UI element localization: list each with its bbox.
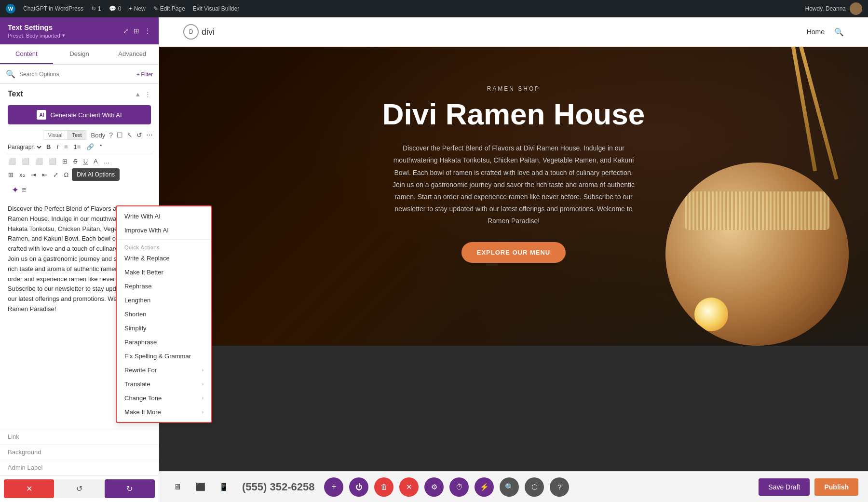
divi-logo-text: divi bbox=[202, 27, 215, 37]
special-char-button[interactable]: Ω bbox=[62, 170, 71, 180]
quote-button[interactable]: " bbox=[97, 142, 105, 152]
subscript-button[interactable]: x₂ bbox=[17, 170, 27, 180]
lengthen-item[interactable]: Lengthen bbox=[117, 293, 211, 307]
strikethrough-button[interactable]: S bbox=[71, 156, 80, 166]
toolbar-row-3: ⬜ ⬜ ⬜ ⬜ ⊞ S U A … bbox=[6, 156, 153, 166]
admin-bar-sync[interactable]: ↻ 1 bbox=[91, 5, 101, 12]
table-button[interactable]: ⊞ bbox=[60, 156, 70, 166]
link-button[interactable]: 🔗 bbox=[84, 142, 96, 152]
section-more-icon[interactable]: ⋮ bbox=[145, 91, 151, 98]
admin-bar-comments[interactable]: 💬 0 bbox=[109, 5, 122, 12]
layout-button[interactable]: ⚡ bbox=[475, 477, 494, 497]
cursor-icon[interactable]: ↖ bbox=[127, 131, 133, 139]
paraphrase-item[interactable]: Paraphrase bbox=[117, 335, 211, 349]
apply-button[interactable]: ↻ bbox=[105, 479, 155, 498]
site-search-icon[interactable]: 🔍 bbox=[834, 27, 844, 37]
phone-number: (555) 352-6258 bbox=[242, 481, 314, 493]
ai-badge-icon: AI bbox=[37, 110, 46, 120]
admin-bar-new[interactable]: + New bbox=[129, 5, 145, 12]
tablet-view-button[interactable]: ⬛ bbox=[192, 478, 209, 496]
visual-text-tabs: Visual Text bbox=[43, 130, 87, 140]
admin-bar-site-name[interactable]: ChatGPT in WordPress bbox=[23, 5, 83, 12]
align-right-button[interactable]: ⬜ bbox=[33, 156, 45, 166]
nav-home[interactable]: Home bbox=[807, 28, 825, 36]
divi-ai-tooltip: Divi AI Options bbox=[72, 168, 120, 181]
ai-action-icon[interactable]: ≡ bbox=[22, 186, 26, 194]
search-input[interactable] bbox=[19, 71, 133, 78]
quick-actions-header: Quick Actions bbox=[117, 242, 211, 251]
tab-advanced[interactable]: Advanced bbox=[106, 44, 159, 64]
search-icon: 🔍 bbox=[6, 69, 15, 79]
fix-spelling-item[interactable]: Fix Spelling & Grammar bbox=[117, 349, 211, 363]
unordered-list-button[interactable]: ≡ bbox=[62, 142, 70, 152]
generate-ai-button[interactable]: AI Generate Content With AI bbox=[8, 105, 151, 124]
columns-icon[interactable]: ⊞ bbox=[134, 27, 139, 35]
save-draft-button[interactable]: Save Draft bbox=[759, 478, 810, 496]
improve-with-ai-item[interactable]: Improve With AI bbox=[117, 223, 211, 237]
admin-bar-exit-builder[interactable]: Exit Visual Builder bbox=[193, 5, 240, 12]
admin-bar-edit-page[interactable]: ✎ Edit Page bbox=[153, 5, 185, 12]
write-with-ai-item[interactable]: Write With AI bbox=[117, 209, 211, 223]
align-left-button[interactable]: ⬜ bbox=[6, 156, 18, 166]
section-title: Text bbox=[8, 90, 23, 98]
help-button[interactable]: ? bbox=[550, 477, 569, 497]
bold-button[interactable]: B bbox=[44, 142, 53, 152]
share-button[interactable]: ⬡ bbox=[525, 477, 544, 497]
ordered-list-button[interactable]: 1≡ bbox=[71, 142, 83, 152]
sidebar-header-content: Text Settings Preset: Body imported ▾ bbox=[8, 23, 65, 39]
tab-content[interactable]: Content bbox=[0, 44, 53, 64]
more-options-icon[interactable]: ⋮ bbox=[144, 27, 151, 35]
font-color-button[interactable]: A bbox=[91, 156, 100, 166]
close-button[interactable]: ✕ bbox=[399, 477, 419, 497]
more-btn[interactable]: … bbox=[101, 156, 112, 166]
fullscreen-editor-button[interactable]: ⤢ bbox=[51, 170, 61, 180]
hero-subtitle: RAMEN SHOP bbox=[159, 85, 868, 92]
indent-button[interactable]: ⇥ bbox=[28, 170, 39, 180]
align-center-button[interactable]: ⬜ bbox=[19, 156, 32, 166]
more-toolbar-icon[interactable]: ⋯ bbox=[146, 131, 153, 139]
format-icon[interactable]: ☐ bbox=[117, 131, 123, 139]
italic-button[interactable]: I bbox=[54, 142, 61, 152]
search-canvas-button[interactable]: 🔍 bbox=[500, 477, 519, 497]
power-button[interactable]: ⏻ bbox=[349, 477, 368, 497]
write-replace-item[interactable]: Write & Replace bbox=[117, 251, 211, 265]
filter-button[interactable]: + Filter bbox=[136, 71, 153, 77]
underline-button[interactable]: U bbox=[81, 156, 90, 166]
rephrase-item[interactable]: Rephrase bbox=[117, 279, 211, 293]
editor-toolbar: Visual Text Body ? ☐ ↖ ↺ ⋯ Paragraph B I… bbox=[0, 128, 159, 199]
shorten-item[interactable]: Shorten bbox=[117, 307, 211, 321]
cancel-button[interactable]: ✕ bbox=[4, 479, 54, 498]
change-tone-item[interactable]: Change Tone › bbox=[117, 391, 211, 405]
add-section-button[interactable]: + bbox=[324, 477, 343, 497]
paragraph-select[interactable]: Paragraph bbox=[6, 143, 43, 151]
tab-design[interactable]: Design bbox=[53, 44, 106, 64]
reset-button[interactable]: ↺ bbox=[54, 479, 104, 498]
fullscreen-icon[interactable]: ⤢ bbox=[123, 27, 129, 35]
publish-button[interactable]: Publish bbox=[814, 478, 858, 496]
translate-item[interactable]: Translate › bbox=[117, 377, 211, 391]
sidebar-preset[interactable]: Preset: Body imported ▾ bbox=[8, 32, 65, 39]
undo-icon[interactable]: ↺ bbox=[136, 131, 142, 139]
tab-text[interactable]: Text bbox=[67, 131, 86, 139]
simplify-item[interactable]: Simplify bbox=[117, 321, 211, 335]
make-it-more-item[interactable]: Make It More › bbox=[117, 405, 211, 419]
embed-button[interactable]: ⊞ bbox=[6, 170, 16, 180]
delete-button[interactable]: 🗑 bbox=[374, 477, 393, 497]
settings-button[interactable]: ⚙ bbox=[424, 477, 444, 497]
chevron-right-icon: › bbox=[202, 367, 203, 373]
outdent-button[interactable]: ⇤ bbox=[40, 170, 50, 180]
hero-cta-button[interactable]: EXPLORE OUR MENU bbox=[461, 242, 566, 263]
help-icon[interactable]: ? bbox=[109, 131, 113, 139]
collapse-icon[interactable]: ▲ bbox=[135, 91, 141, 98]
wp-logo-icon[interactable]: W bbox=[6, 4, 15, 14]
align-justify-button[interactable]: ⬜ bbox=[46, 156, 59, 166]
make-it-better-item[interactable]: Make It Better bbox=[117, 265, 211, 279]
ai-edit-icon[interactable]: ✦ bbox=[12, 185, 19, 195]
mobile-view-button[interactable]: 📱 bbox=[215, 478, 232, 496]
desktop-view-button[interactable]: 🖥 bbox=[169, 478, 186, 496]
chevron-right-4-icon: › bbox=[202, 409, 203, 415]
rewrite-for-item[interactable]: Rewrite For › bbox=[117, 363, 211, 377]
text-section-header: Text ▲ ⋮ bbox=[0, 84, 159, 101]
history-button[interactable]: ⏱ bbox=[449, 477, 469, 497]
tab-visual[interactable]: Visual bbox=[43, 131, 68, 139]
